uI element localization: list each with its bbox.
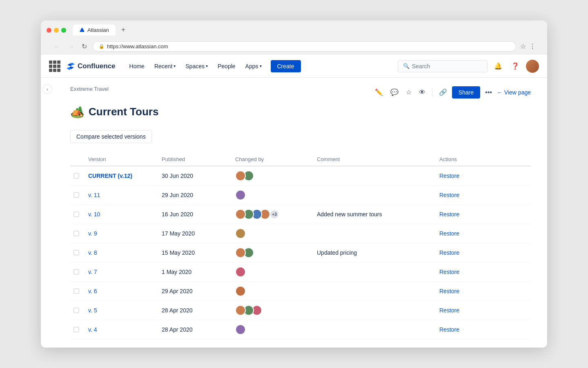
restore-link[interactable]: Restore — [439, 326, 459, 333]
published-date: 1 May 2020 — [158, 263, 232, 282]
version-link[interactable]: v. 10 — [88, 211, 100, 218]
confluence-logo[interactable]: Confluence — [66, 62, 116, 71]
view-page-link[interactable]: ← View page — [497, 89, 531, 96]
published-date: 15 May 2020 — [158, 243, 232, 263]
row-checkbox[interactable] — [74, 269, 79, 275]
col-version-header: Version — [85, 153, 158, 166]
version-link[interactable]: v. 9 — [88, 230, 97, 237]
changed-by — [232, 263, 314, 282]
comment-text: Added new summer tours — [314, 205, 436, 224]
page-title: Current Tours — [89, 105, 158, 118]
restore-link[interactable]: Restore — [439, 307, 459, 314]
nav-people[interactable]: People — [214, 61, 240, 72]
create-button[interactable]: Create — [271, 60, 301, 72]
star-button[interactable]: ☆ — [403, 86, 414, 99]
avatar — [235, 171, 246, 181]
comment-text — [314, 301, 436, 320]
version-link[interactable]: v. 4 — [88, 326, 97, 333]
maximize-button[interactable] — [61, 28, 66, 33]
table-body: CURRENT (v.12)30 Jun 2020Restorev. 1129 … — [70, 166, 531, 339]
avatar — [235, 190, 246, 200]
page-layout: › Exxtreme Travel ✏️ 💬 ☆ 👁 🔗 Share ••• — [41, 78, 547, 348]
browser-controls: Atlassian + — [47, 25, 541, 36]
url-text: https://www.atlassian.com — [107, 43, 168, 49]
apps-chevron-icon: ▾ — [260, 64, 262, 68]
back-button[interactable]: ← — [52, 42, 62, 51]
browser-extra-actions: ☆ ⋮ — [520, 43, 536, 50]
col-actions-header: Actions — [436, 153, 531, 166]
col-published-header: Published — [158, 153, 232, 166]
confluence-icon — [66, 62, 75, 71]
version-link[interactable]: v. 5 — [88, 307, 97, 314]
app-content: Confluence Home Recent ▾ Spaces ▾ People… — [41, 55, 547, 348]
row-checkbox[interactable] — [74, 173, 79, 179]
restore-link[interactable]: Restore — [439, 288, 459, 294]
versions-table: Version Published Changed by Comment Act… — [70, 153, 531, 339]
comment-text — [314, 224, 436, 243]
row-checkbox[interactable] — [74, 288, 79, 294]
nav-home[interactable]: Home — [125, 61, 149, 72]
copy-link-button[interactable]: 🔗 — [437, 86, 450, 99]
help-button[interactable]: ❓ — [509, 60, 522, 73]
sidebar-toggle-button[interactable]: › — [42, 84, 52, 94]
published-date: 29 Apr 2020 — [158, 282, 232, 301]
notifications-button[interactable]: 🔔 — [492, 60, 505, 73]
table-row: v. 629 Apr 2020Restore — [70, 282, 531, 301]
forward-button[interactable]: → — [66, 42, 76, 51]
more-icon[interactable]: ⋮ — [529, 43, 536, 50]
more-actions-button[interactable]: ••• — [483, 86, 494, 99]
version-link[interactable]: v. 7 — [88, 269, 97, 275]
minimize-button[interactable] — [54, 28, 59, 33]
search-box[interactable]: 🔍 Search — [398, 60, 488, 72]
published-date: 16 Jun 2020 — [158, 205, 232, 224]
bookmark-icon[interactable]: ☆ — [520, 43, 526, 50]
new-tab-button[interactable]: + — [118, 25, 129, 35]
col-comment-header: Comment — [314, 153, 436, 166]
row-checkbox[interactable] — [74, 192, 79, 198]
compare-versions-button[interactable]: Compare selected versions — [70, 130, 152, 143]
user-avatar[interactable] — [526, 60, 539, 73]
restore-link[interactable]: Restore — [439, 249, 459, 256]
table-row: v. 1129 Jun 2020Restore — [70, 186, 531, 205]
row-checkbox[interactable] — [74, 211, 79, 217]
spaces-chevron-icon: ▾ — [206, 64, 208, 68]
tab-title: Atlassian — [87, 27, 109, 33]
restore-link[interactable]: Restore — [439, 173, 459, 179]
row-checkbox[interactable] — [74, 327, 79, 332]
version-link[interactable]: CURRENT (v.12) — [88, 173, 132, 179]
watch-button[interactable]: 👁 — [416, 86, 428, 99]
version-link[interactable]: v. 6 — [88, 288, 97, 294]
table-row: v. 917 May 2020Restore — [70, 224, 531, 243]
url-bar[interactable]: 🔒 https://www.atlassian.com — [93, 41, 516, 52]
nav-right: 🔍 Search 🔔 ❓ — [398, 60, 539, 73]
share-button[interactable]: Share — [452, 86, 480, 99]
version-link[interactable]: v. 11 — [88, 192, 100, 198]
avatar — [235, 209, 246, 220]
published-date: 30 Jun 2020 — [158, 166, 232, 186]
avatar-count: +3 — [270, 209, 279, 219]
version-link[interactable]: v. 8 — [88, 249, 97, 256]
nav-apps[interactable]: Apps ▾ — [241, 61, 266, 72]
row-checkbox[interactable] — [74, 250, 79, 256]
edit-button[interactable]: ✏️ — [372, 86, 385, 99]
row-checkbox[interactable] — [74, 307, 79, 313]
restore-link[interactable]: Restore — [439, 230, 459, 237]
changed-by — [232, 186, 314, 205]
nav-recent[interactable]: Recent ▾ — [150, 61, 180, 72]
row-checkbox[interactable] — [74, 231, 79, 236]
nav-spaces[interactable]: Spaces ▾ — [181, 61, 212, 72]
comment-button[interactable]: 💬 — [388, 86, 401, 99]
address-bar-row: ← → ↻ 🔒 https://www.atlassian.com ☆ ⋮ — [47, 39, 541, 55]
reload-button[interactable]: ↻ — [80, 42, 89, 51]
waffle-icon[interactable] — [49, 61, 60, 72]
restore-link[interactable]: Restore — [439, 192, 459, 198]
avatar — [235, 247, 246, 258]
close-button[interactable] — [47, 28, 51, 33]
changed-by — [232, 166, 314, 186]
active-tab[interactable]: Atlassian — [73, 25, 116, 36]
table-row: v. 428 Apr 2020Restore — [70, 320, 531, 339]
nav-links: Home Recent ▾ Spaces ▾ People Apps ▾ Cre… — [125, 60, 398, 72]
restore-link[interactable]: Restore — [439, 269, 459, 275]
comment-text — [314, 186, 436, 205]
restore-link[interactable]: Restore — [439, 211, 459, 218]
